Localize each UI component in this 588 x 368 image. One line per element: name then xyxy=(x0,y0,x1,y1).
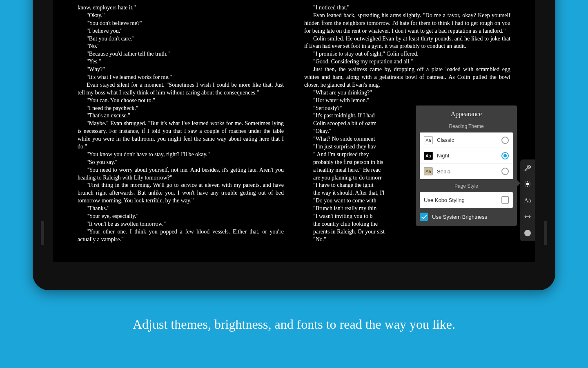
theme-label: Night xyxy=(437,153,501,159)
paragraph: "I promise to stay out of sight," Colin … xyxy=(304,50,510,58)
svg-line-6 xyxy=(529,186,530,186)
paragraph: "Hot water with lemon." xyxy=(304,97,510,105)
appearance-popover: Appearance Reading Theme Aa Classic Aa N… xyxy=(416,105,517,226)
toggle-label: Use Kobo Styling xyxy=(424,197,501,203)
paragraph: "You can. You choose not to." xyxy=(78,97,284,105)
wrench-icon[interactable] xyxy=(523,164,532,172)
theme-swatch-icon: Aa xyxy=(424,167,433,175)
reading-theme-label: Reading Theme xyxy=(416,122,517,132)
paragraph: parents in Raleigh. Or your sist xyxy=(304,228,510,236)
theme-label: Sepia xyxy=(437,168,501,175)
theme-label: Classic xyxy=(437,137,501,143)
paragraph: "Why?" xyxy=(78,66,284,74)
paragraph: "No." xyxy=(78,43,284,50)
paragraph: Colin smiled. He outweighed Evan by at l… xyxy=(304,35,510,51)
theme-swatch-icon: Aa xyxy=(424,136,433,144)
font-icon[interactable]: Aa xyxy=(523,196,532,204)
speaker-grille xyxy=(41,221,44,245)
paragraph: Evan leaned back, spreading his arms sli… xyxy=(304,12,510,35)
paragraph: "Maybe." Evan shrugged. "But it's what I… xyxy=(78,120,284,151)
toggle-label: Use System Brightness xyxy=(432,214,487,220)
paragraph: "But you don't care." xyxy=(78,35,284,43)
paragraph: "You know you don't have to stay, right?… xyxy=(78,151,284,159)
theme-option-night[interactable]: Aa Night xyxy=(420,148,513,164)
use-system-brightness-toggle[interactable]: Use System Brightness xyxy=(416,212,517,226)
tablet-frame: See Me CHAPTER 1: Colin - 3 of 8 know, e… xyxy=(33,0,555,290)
paragraph: "Because you'd rather tell the truth." xyxy=(78,50,284,58)
svg-line-5 xyxy=(525,182,526,182)
paragraph: Evan stayed silent for a moment. "Someti… xyxy=(78,81,284,97)
paragraph: "It's what I've learned works for me." xyxy=(78,74,284,81)
radio-icon xyxy=(501,168,509,175)
paragraph: know, employers hate it." xyxy=(78,4,284,12)
svg-point-0 xyxy=(526,183,529,185)
paragraph: Just then, the waitress came by, droppin… xyxy=(304,66,510,89)
brightness-icon[interactable] xyxy=(523,180,532,188)
speaker-grille xyxy=(544,221,547,245)
reader-screen: See Me CHAPTER 1: Colin - 3 of 8 know, e… xyxy=(53,0,535,262)
paragraph: "Thanks." xyxy=(78,205,284,213)
paragraph: "What are you drinking?" xyxy=(304,89,510,97)
paragraph: "Good. Considering my reputation and all… xyxy=(304,58,510,66)
paragraph: "It won't be as swollen tomorrow." xyxy=(78,220,284,228)
paragraph: "I need the paycheck." xyxy=(78,105,284,112)
theme-list: Aa Classic Aa Night Aa Sepia xyxy=(420,132,513,179)
theme-swatch-icon: Aa xyxy=(424,152,433,160)
radio-icon xyxy=(501,137,509,144)
use-kobo-styling-toggle[interactable]: Use Kobo Styling xyxy=(420,192,513,208)
theme-option-sepia[interactable]: Aa Sepia xyxy=(420,164,513,179)
checkbox-checked-icon xyxy=(420,213,428,221)
paragraph: "So you say." xyxy=(78,159,284,166)
paragraph: "First thing in the morning. We'll go to… xyxy=(78,182,284,205)
popover-title: Appearance xyxy=(416,105,517,122)
paragraph: "Okay." xyxy=(78,12,284,20)
paragraph: "I believe you." xyxy=(78,27,284,35)
paragraph: "No." xyxy=(304,236,510,244)
paragraph: "You need to worry about yourself, not m… xyxy=(78,166,284,182)
checkbox-icon xyxy=(501,196,509,204)
circle-icon[interactable] xyxy=(523,229,532,237)
settings-sidebar: Aa xyxy=(520,159,535,241)
paragraph: "You don't believe me?" xyxy=(78,20,284,27)
promo-tagline: Adjust themes, brightness, and fonts to … xyxy=(0,317,588,332)
theme-option-classic[interactable]: Aa Classic xyxy=(420,132,513,148)
left-page[interactable]: know, employers hate it.""Okay.""You don… xyxy=(78,4,284,244)
radio-icon xyxy=(501,152,509,159)
paragraph: "That's an excuse." xyxy=(78,112,284,120)
paragraph: "Your eye, especially." xyxy=(78,213,284,220)
svg-line-8 xyxy=(529,182,530,182)
paragraph: "Your other one. I think you popped a fe… xyxy=(78,228,284,244)
width-icon[interactable] xyxy=(523,213,532,221)
svg-line-7 xyxy=(525,186,526,186)
page-style-label: Page Style xyxy=(416,179,517,192)
paragraph: "Yes." xyxy=(78,58,284,66)
paragraph: "I noticed that." xyxy=(304,4,510,12)
